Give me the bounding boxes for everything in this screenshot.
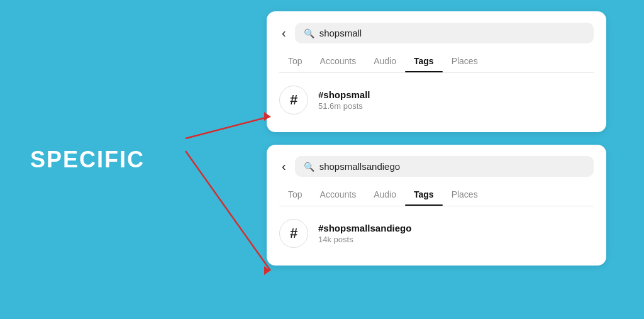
tabs-row-2: Top Accounts Audio Tags Places	[279, 186, 594, 206]
result-text-2: #shopsmallsandiego 14k posts	[318, 223, 411, 244]
card-shopsmall: ‹ 🔍 shopsmall Top Accounts Audio Tags Pl…	[267, 11, 606, 132]
tag-name-1: #shopsmall	[318, 89, 370, 100]
result-row-2: # #shopsmallsandiego 14k posts	[279, 215, 594, 252]
hash-icon-2: #	[279, 219, 308, 248]
svg-line-1	[186, 151, 270, 271]
post-count-1: 51.6m posts	[318, 101, 370, 111]
hash-icon-1: #	[279, 86, 308, 115]
post-count-2: 14k posts	[318, 235, 411, 244]
search-bar-2[interactable]: 🔍 shopsmallsandiego	[295, 156, 594, 177]
tab-audio-2[interactable]: Audio	[365, 186, 405, 206]
tab-accounts-2[interactable]: Accounts	[311, 186, 365, 206]
svg-line-0	[186, 116, 270, 138]
search-query-1: shopsmall	[319, 28, 362, 38]
tab-top-1[interactable]: Top	[279, 52, 311, 72]
tab-audio-1[interactable]: Audio	[365, 52, 405, 72]
tab-tags-1[interactable]: Tags	[405, 52, 443, 72]
tab-accounts-1[interactable]: Accounts	[311, 52, 365, 72]
svg-marker-3	[264, 266, 270, 275]
specific-label: SPECIFIC	[30, 147, 145, 173]
search-row-1: ‹ 🔍 shopsmall	[279, 23, 594, 43]
search-bar-1[interactable]: 🔍 shopsmall	[295, 23, 594, 43]
tab-places-2[interactable]: Places	[443, 186, 487, 206]
tab-top-2[interactable]: Top	[279, 186, 311, 206]
back-button-2[interactable]: ‹	[279, 158, 289, 175]
tag-name-2: #shopsmallsandiego	[318, 223, 411, 233]
search-icon-2: 🔍	[304, 162, 314, 172]
card-shopsmallsandiego: ‹ 🔍 shopsmallsandiego Top Accounts Audio…	[267, 145, 606, 266]
tab-tags-2[interactable]: Tags	[405, 186, 443, 206]
back-button-1[interactable]: ‹	[279, 25, 289, 42]
search-icon-1: 🔍	[304, 28, 314, 38]
tabs-row-1: Top Accounts Audio Tags Places	[279, 52, 594, 73]
result-row-1: # #shopsmall 51.6m posts	[279, 82, 594, 118]
tab-places-1[interactable]: Places	[443, 52, 487, 72]
result-text-1: #shopsmall 51.6m posts	[318, 89, 370, 111]
search-query-2: shopsmallsandiego	[319, 161, 400, 172]
search-row-2: ‹ 🔍 shopsmallsandiego	[279, 156, 594, 177]
cards-container: ‹ 🔍 shopsmall Top Accounts Audio Tags Pl…	[267, 11, 606, 266]
